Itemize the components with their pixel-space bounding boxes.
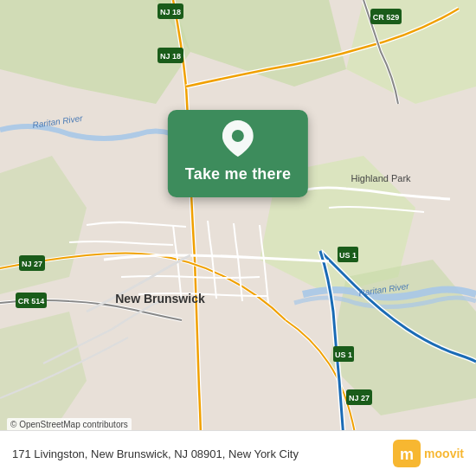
take-me-there-button[interactable]: Take me there <box>185 165 291 183</box>
moovit-label: moovit <box>424 447 464 460</box>
svg-text:NJ 27: NJ 27 <box>22 260 42 268</box>
moovit-logo: m moovit <box>393 440 464 467</box>
location-pin-icon <box>222 120 254 160</box>
svg-text:CR 529: CR 529 <box>373 13 400 22</box>
svg-text:NJ 27: NJ 27 <box>349 394 370 402</box>
map-container: NJ 18 NJ 18 CR 529 NJ 27 NJ 27 CR 514 US… <box>0 0 476 476</box>
map-svg: NJ 18 NJ 18 CR 529 NJ 27 NJ 27 CR 514 US… <box>0 0 476 476</box>
svg-text:Raritan River: Raritan River <box>32 113 84 130</box>
svg-text:NJ 18: NJ 18 <box>160 8 181 16</box>
svg-text:New Brunswick: New Brunswick <box>115 292 205 306</box>
svg-text:m: m <box>400 446 414 463</box>
svg-text:NJ 18: NJ 18 <box>160 52 181 61</box>
svg-point-27 <box>232 130 244 142</box>
bottom-bar: 171 Livingston, New Brunswick, NJ 08901,… <box>0 430 476 476</box>
svg-marker-3 <box>0 156 87 294</box>
svg-text:US 1: US 1 <box>339 251 357 260</box>
address-text: 171 Livingston, New Brunswick, NJ 08901,… <box>12 447 393 460</box>
moovit-icon: m <box>393 440 421 467</box>
svg-marker-2 <box>346 0 476 104</box>
svg-text:CR 514: CR 514 <box>18 297 45 306</box>
svg-text:Highland Park: Highland Park <box>351 173 411 183</box>
osm-attribution: © OpenStreetMap contributors <box>7 418 132 431</box>
svg-text:US 1: US 1 <box>335 351 352 359</box>
